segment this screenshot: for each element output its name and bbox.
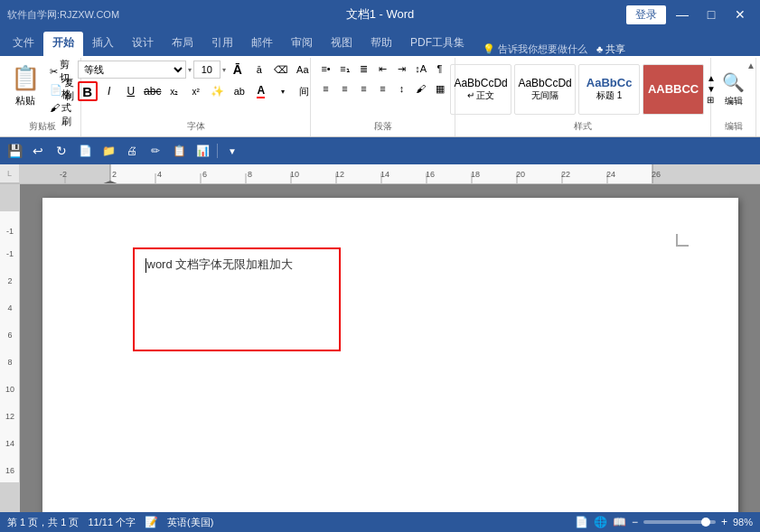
qa-redo[interactable]: ↻	[51, 140, 72, 162]
close-button[interactable]: ✕	[727, 5, 753, 23]
sort-btn[interactable]: ↕A	[412, 60, 430, 78]
font-aa-small-btn[interactable]: ā	[249, 60, 269, 79]
help-search[interactable]: 💡 告诉我你想要做什么	[483, 42, 587, 56]
tab-mailings[interactable]: 邮件	[242, 32, 282, 56]
styles-group: AaBbCcDd ↵ 正文 AaBbCcDd 无间隔 AaBbCc 标题 1 A…	[455, 58, 711, 136]
increase-indent-btn[interactable]: ⇥	[393, 60, 411, 78]
ribbon-tabs: 文件 开始 插入 设计 布局 引用 邮件 审阅 视图 帮助 PDF工具集 💡 告…	[0, 29, 760, 56]
qa-open[interactable]: 📁	[98, 140, 119, 162]
style-heading1[interactable]: AaBbCc 标题 1	[578, 64, 640, 115]
zoom-level[interactable]: 98%	[733, 517, 753, 527]
align-right-btn[interactable]: ≡	[355, 79, 373, 98]
svg-text:16: 16	[5, 466, 14, 475]
qa-more[interactable]: ▼	[221, 140, 243, 162]
line-spacing-btn[interactable]: ↕	[393, 79, 411, 98]
tab-review[interactable]: 审阅	[282, 32, 322, 56]
login-button[interactable]: 登录	[626, 5, 666, 24]
tab-file[interactable]: 文件	[4, 32, 43, 56]
font-clear-btn[interactable]: ⌫	[271, 60, 291, 79]
strikethrough-button[interactable]: abc	[143, 81, 163, 101]
website-label: 软件自学网:RJZXW.COM	[7, 8, 119, 22]
zoom-in-btn[interactable]: +	[721, 516, 727, 528]
word-count[interactable]: 11/11 个字	[88, 516, 136, 529]
paste-button[interactable]: 📋 粘贴	[6, 60, 44, 112]
tab-pdf[interactable]: PDF工具集	[401, 32, 474, 56]
document-scroll-area[interactable]: word 文档字体无限加粗加大	[20, 184, 760, 512]
subscript-button[interactable]: x₂	[164, 81, 184, 101]
italic-button[interactable]: I	[99, 81, 119, 101]
minimize-button[interactable]: —	[670, 5, 695, 23]
underline-button[interactable]: U	[121, 81, 141, 101]
qa-draw[interactable]: ✏	[145, 140, 166, 162]
zoom-out-btn[interactable]: −	[632, 516, 638, 528]
tab-references[interactable]: 引用	[202, 32, 242, 56]
qa-new[interactable]: 📄	[74, 140, 96, 162]
view-print-btn[interactable]: 📄	[575, 516, 588, 528]
style-normal-label: ↵ 正文	[467, 89, 495, 102]
qa-clipboard[interactable]: 📋	[168, 140, 190, 162]
font-color-button[interactable]: A	[251, 81, 271, 101]
style-normal[interactable]: AaBbCcDd ↵ 正文	[450, 64, 511, 115]
bullet-list-btn[interactable]: ≡•	[317, 60, 335, 78]
qa-undo[interactable]: ↩	[27, 140, 49, 162]
tab-layout[interactable]: 布局	[163, 32, 202, 56]
language[interactable]: 英语(美国)	[167, 516, 213, 529]
ruler-corner: L	[0, 164, 20, 183]
page-count[interactable]: 第 1 页，共 1 页	[7, 516, 79, 529]
justify-btn[interactable]: ≡	[374, 79, 392, 98]
para-shade-btn[interactable]: 🖌	[412, 79, 430, 98]
qa-chart[interactable]: 📊	[192, 140, 213, 162]
show-hide-btn[interactable]: ¶	[431, 60, 449, 78]
find-button[interactable]: 🔍 编辑	[718, 67, 750, 112]
tab-insert[interactable]: 插入	[83, 32, 123, 56]
view-web-btn[interactable]: 🌐	[594, 516, 607, 528]
style-no-spacing[interactable]: AaBbCcDd 无间隔	[514, 64, 576, 115]
qa-print[interactable]: 🖨	[121, 140, 143, 162]
font-size-input[interactable]	[193, 61, 220, 79]
svg-text:-1: -1	[6, 227, 14, 236]
superscript-button[interactable]: x²	[186, 81, 206, 101]
status-left: 第 1 页，共 1 页 11/11 个字 📝 英语(美国)	[7, 516, 213, 529]
svg-text:2: 2	[112, 170, 117, 179]
main-area: L 2 4 6 8	[0, 164, 760, 512]
align-center-btn[interactable]: ≡	[336, 79, 354, 98]
copy-icon: 📄	[50, 84, 62, 96]
para-row-1: ≡• ≡₁ ≣ ⇤ ⇥ ↕A ¶	[317, 60, 449, 78]
highlight-button[interactable]: ab	[230, 81, 249, 101]
bold-button[interactable]: B	[78, 81, 98, 101]
multilevel-list-btn[interactable]: ≣	[355, 60, 373, 78]
svg-text:12: 12	[335, 170, 344, 179]
vertical-ruler: -1 -1 2 4 6 8 10 12 14 16	[0, 184, 20, 512]
qa-save[interactable]: 💾	[4, 140, 25, 162]
font-color-dd[interactable]: ▾	[273, 81, 293, 101]
svg-text:2: 2	[7, 276, 12, 285]
tab-home[interactable]: 开始	[43, 32, 83, 56]
styles-label: 样式	[455, 120, 710, 133]
format-painter-button[interactable]: 🖌格式刷	[46, 99, 79, 116]
tab-help[interactable]: 帮助	[361, 32, 401, 56]
font-name-dd: ▾	[188, 66, 192, 74]
style-highlighted[interactable]: AABBCC	[643, 64, 704, 115]
tab-design[interactable]: 设计	[123, 32, 163, 56]
decrease-indent-btn[interactable]: ⇤	[374, 60, 392, 78]
share-button[interactable]: ♣ 共享	[596, 42, 625, 56]
document-page: word 文档字体无限加粗加大	[42, 198, 738, 512]
style-highlighted-preview: AABBCC	[648, 82, 699, 96]
text-box[interactable]: word 文档字体无限加粗加大	[133, 247, 341, 351]
font-expand-btn[interactable]: Aa	[293, 60, 313, 79]
tab-view[interactable]: 视图	[322, 32, 361, 56]
ribbon-collapse-btn[interactable]: ▲	[744, 58, 758, 72]
style-heading1-label: 标题 1	[596, 89, 622, 102]
status-right: 📄 🌐 📖 − + 98%	[575, 516, 753, 528]
spell-check-icon[interactable]: 📝	[145, 516, 158, 528]
number-list-btn[interactable]: ≡₁	[336, 60, 354, 78]
zoom-slider[interactable]	[643, 520, 716, 524]
view-read-btn[interactable]: 📖	[613, 516, 626, 528]
text-effect-button[interactable]: ✨	[208, 81, 228, 101]
font-aa-btn[interactable]: Ā	[228, 60, 248, 79]
maximize-button[interactable]: □	[699, 5, 724, 23]
font-name-select[interactable]: 等线	[78, 61, 186, 79]
style-no-spacing-preview: AaBbCcDd	[518, 77, 571, 89]
border-btn[interactable]: ▦	[431, 79, 449, 98]
align-left-btn[interactable]: ≡	[317, 79, 335, 98]
